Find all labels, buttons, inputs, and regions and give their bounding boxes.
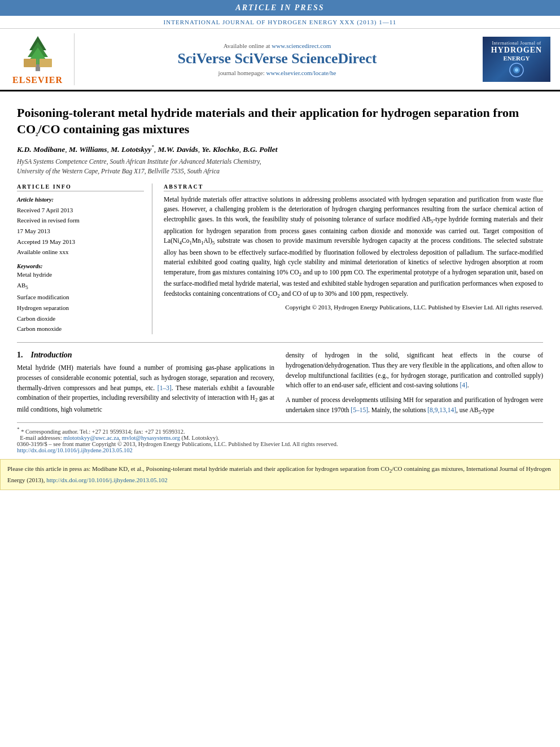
issn-line: 0360-3199/$ – see front matter Copyright… [17, 441, 543, 447]
ref-4-link[interactable]: [4] [460, 382, 467, 388]
elsevier-text: ELSEVIER [12, 75, 63, 85]
sciverse-sci-text: SciVerse [178, 50, 235, 67]
affiliation-line1: HySA Systems Competence Centre, South Af… [17, 158, 261, 165]
hydrogen-logo-intl: International Journal of [492, 41, 541, 46]
banner-text: ARTICLE IN PRESS [235, 3, 324, 12]
sciverse-block: Available online at www.sciencedirect.co… [80, 33, 474, 85]
copyright-text: Copyright © 2013, Hydrogen Energy Public… [164, 304, 543, 311]
hydrogen-logo-big: HYDROGEN [491, 46, 542, 55]
keyword-carbon-dioxide: Carbon dioxide [17, 313, 144, 324]
citation-doi-link[interactable]: http://dx.doi.org/10.1016/j.ijhydene.201… [46, 477, 168, 483]
header-section: ELSEVIER Available online at www.science… [0, 29, 560, 91]
journal-title-text: INTERNATIONAL JOURNAL OF HYDROGEN ENERGY… [164, 19, 397, 25]
ref-5-15-link[interactable]: [5–15] [351, 407, 368, 413]
author-modibane: K.D. Modibane [17, 145, 65, 153]
article-info-col: ARTICLE INFO Article history: Received 7… [17, 184, 152, 334]
journal-title-bar: INTERNATIONAL JOURNAL OF HYDROGEN ENERGY… [0, 16, 560, 29]
doi-link[interactable]: http://dx.doi.org/10.1016/j.ijhydene.201… [17, 447, 133, 453]
author-pollet: B.G. Pollet [243, 145, 277, 153]
keyword-carbon-monoxide: Carbon monoxide [17, 324, 144, 334]
svg-rect-5 [40, 59, 52, 67]
main-content: Poisoning-tolerant metal hydride materia… [0, 91, 560, 459]
abstract-col: ABSTRACT Metal hydride materials offer a… [164, 184, 543, 334]
email-1-link[interactable]: mlototskyy@uwc.ac.za [63, 435, 119, 441]
article-info-abstract-section: ARTICLE INFO Article history: Received 7… [17, 184, 543, 334]
abstract-header: ABSTRACT [164, 184, 543, 191]
hydrogen-logo-inner: International Journal of HYDROGEN ENERGY [483, 37, 550, 82]
keyword-metal-hydride: Metal hydride [17, 269, 144, 280]
intro-section-title: 1. Introduction [17, 351, 274, 360]
abstract-text: Metal hydride materials offer attractive… [164, 195, 543, 301]
intro-right-paragraph2: A number of process developments utilisi… [286, 395, 543, 417]
hydrogen-logo-block: International Journal of HYDROGEN ENERGY [480, 33, 553, 85]
intro-title-text: Introduction [31, 351, 72, 359]
email-line: E-mail addresses: mlototskyy@uwc.ac.za, … [17, 435, 543, 441]
affiliation: HySA Systems Competence Centre, South Af… [17, 157, 543, 177]
doi-line: http://dx.doi.org/10.1016/j.ijhydene.201… [17, 447, 543, 453]
keyword-ab5: AB5 [17, 280, 144, 292]
email-name: (M. Lototskyy). [182, 435, 220, 441]
intro-right-col: density of hydrogen in the solid, signif… [286, 351, 543, 417]
citation-text: Please cite this article in press as: Mo… [7, 465, 551, 483]
keyword-hydrogen-separation: Hydrogen separation [17, 303, 144, 313]
sciverse-logo: SciVerse SciVerse ScienceDirect [178, 50, 377, 67]
author-davids: M.W. Davids [158, 145, 198, 153]
author-williams: M. Williams [69, 145, 107, 153]
article-title: Poisoning-tolerant metal hydride materia… [17, 105, 543, 138]
ref-8-9-13-14-link[interactable]: [8,9,13,14] [427, 407, 456, 413]
author-klochko: Ye. Klochko [202, 145, 239, 153]
keywords-section: Keywords: Metal hydride AB5 Surface modi… [17, 263, 144, 334]
received-revised-label: Received in revised form [17, 215, 144, 226]
email-2-link[interactable]: mvlot@hysasystems.org [122, 435, 180, 441]
article-in-press-banner: ARTICLE IN PRESS [0, 0, 560, 16]
corresponding-text: * Corresponding author. Tel.: +27 21 959… [21, 429, 185, 435]
email-label: E-mail addresses: [20, 435, 62, 441]
intro-left-paragraph: Metal hydride (MH) materials have found … [17, 363, 274, 414]
elsevier-logo-block: ELSEVIER [7, 33, 75, 85]
svg-point-9 [515, 68, 518, 72]
sciencedirect-link[interactable]: www.sciencedirect.com [272, 42, 331, 49]
hydrogen-logo-graphic [500, 62, 533, 78]
intro-section-number: 1. [17, 351, 23, 359]
received-revised-date: 17 May 2013 [17, 226, 144, 237]
hydrogen-logo-energy: ENERGY [503, 55, 530, 62]
article-history: Article history: Received 7 April 2013 R… [17, 195, 144, 257]
citation-box: Please cite this article in press as: Mo… [0, 459, 560, 490]
corresponding-note: * * Corresponding author. Tel.: +27 21 9… [17, 426, 543, 435]
intro-left-col: 1. Introduction Metal hydride (MH) mater… [17, 351, 274, 417]
keywords-label: Keywords: [17, 263, 144, 269]
accepted-date: Accepted 19 May 2013 [17, 237, 144, 247]
elsevier-tree-icon [15, 33, 60, 73]
author-lototskyy: M. Lototskyy [111, 145, 151, 153]
ref-1-3-link[interactable]: [1–3] [158, 385, 172, 391]
received-date: Received 7 April 2013 [17, 205, 144, 216]
sciverse-direct-text: SciVerse ScienceDirect [234, 50, 377, 67]
article-info-header: ARTICLE INFO [17, 184, 144, 191]
introduction-section: 1. Introduction Metal hydride (MH) mater… [17, 351, 543, 417]
available-online: Available online xxx [17, 247, 144, 257]
journal-homepage-link[interactable]: www.elsevier.com/locate/he [266, 69, 336, 76]
svg-rect-4 [24, 59, 36, 67]
affiliation-line2: University of the Western Cape, Private … [17, 168, 220, 174]
history-label: Article history: [17, 195, 144, 205]
journal-homepage: journal homepage: www.elsevier.com/locat… [218, 69, 336, 76]
section-divider [17, 342, 543, 343]
authors-line: K.D. Modibane, M. Williams, M. Lototskyy… [17, 144, 543, 154]
intro-right-paragraph1: density of hydrogen in the solid, signif… [286, 351, 543, 391]
footer-note: * * Corresponding author. Tel.: +27 21 9… [17, 422, 543, 453]
available-text: Available online at www.sciencedirect.co… [224, 42, 331, 49]
keyword-surface-modification: Surface modification [17, 292, 144, 303]
